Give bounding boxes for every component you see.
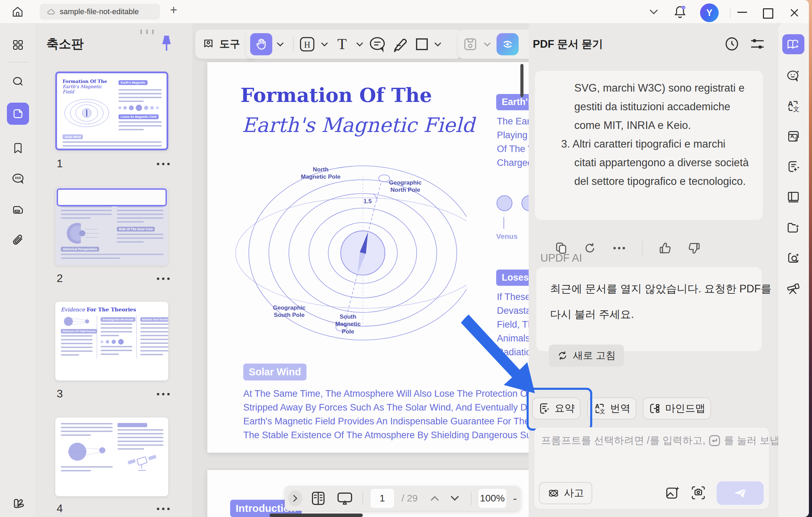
rail-explore-button[interactable] bbox=[782, 278, 804, 298]
document-tab[interactable]: sample-file-not-editable bbox=[40, 4, 160, 20]
loses-line: Devastating Blow To Life On Earth. Once … bbox=[497, 306, 529, 316]
home-button[interactable] bbox=[10, 4, 26, 20]
regenerate-icon[interactable] bbox=[583, 242, 596, 255]
rail-ai-files-button[interactable] bbox=[782, 217, 804, 237]
pin-button[interactable] bbox=[160, 34, 173, 52]
sidebar-item-appearance[interactable] bbox=[7, 492, 29, 515]
history-button[interactable] bbox=[724, 36, 739, 51]
previous-page-button[interactable] bbox=[429, 495, 440, 502]
thumb4-page-number: 4 bbox=[57, 502, 63, 515]
document-viewport[interactable]: Formation Of The Earth's Magnetic Field bbox=[192, 23, 529, 517]
next-page-button[interactable] bbox=[450, 495, 460, 502]
mindmap-button[interactable]: 마인드맵 bbox=[643, 397, 711, 420]
close-icon bbox=[789, 8, 800, 18]
thumbnail-panel: 축소판 Formation Of The Earth's Magnetic Fi… bbox=[37, 23, 192, 517]
vertical-scrollbar[interactable] bbox=[520, 64, 523, 97]
sidebar-item-comments[interactable] bbox=[7, 168, 29, 190]
chat-message: SVG, marchi W3C) sono registrati e gesti… bbox=[535, 71, 763, 220]
annotation-highlight-box bbox=[527, 388, 592, 431]
page1-title-line1: Formation Of The bbox=[240, 84, 432, 106]
thumbnail-page-2[interactable]: Introduction Dynamo Theory Role Of The I… bbox=[55, 187, 168, 265]
screenshot-button[interactable] bbox=[690, 485, 706, 501]
msg-icon-divider bbox=[642, 241, 643, 255]
thumbnail-page-3[interactable]: Evidence For The Theories Influence Of T… bbox=[55, 302, 168, 380]
panel-resize-handle[interactable] bbox=[140, 29, 154, 34]
horizontal-scrollbar[interactable] bbox=[270, 514, 363, 517]
settings-button[interactable] bbox=[750, 37, 765, 51]
thumbs-up-icon[interactable] bbox=[659, 241, 672, 255]
thumb1-badge-loses: Loses Its Magnetic Field bbox=[119, 114, 159, 119]
minimize-button[interactable] bbox=[737, 12, 747, 13]
prompt-input[interactable]: 프롬프트를 선택하려면 /를 입력하고, 를 눌러 보냅니다. 사고 bbox=[534, 427, 769, 509]
avatar[interactable]: Y bbox=[700, 3, 719, 22]
hand-tool-chevron[interactable] bbox=[276, 41, 285, 47]
earths-line: Charged Particle Flows. bbox=[497, 158, 529, 168]
comment-icon bbox=[11, 173, 25, 185]
window-menu-chevron[interactable] bbox=[648, 8, 659, 16]
rail-ai-chat-button[interactable] bbox=[782, 65, 804, 85]
more-options-icon[interactable] bbox=[612, 246, 626, 250]
hand-tool-button[interactable] bbox=[250, 33, 272, 55]
heading-tool-chevron[interactable] bbox=[320, 41, 329, 47]
thinking-mode-button[interactable]: 사고 bbox=[539, 482, 592, 504]
send-button[interactable] bbox=[717, 481, 764, 505]
page-number-input[interactable]: 1 bbox=[370, 488, 395, 508]
close-button[interactable] bbox=[789, 8, 800, 18]
rail-page-translate-button[interactable]: A 文 bbox=[782, 126, 804, 146]
zoom-level[interactable]: 100% bbox=[478, 488, 507, 508]
shape-tool-chevron[interactable] bbox=[433, 41, 442, 47]
thumbnail-page-1[interactable]: Formation Of The Earth's Magnetic Field … bbox=[55, 72, 168, 150]
comment-tool-button[interactable] bbox=[368, 36, 386, 53]
new-tab-button[interactable]: + bbox=[170, 3, 177, 17]
panel-title: PDF 문서 묻기 bbox=[533, 37, 603, 51]
attach-image-button[interactable] bbox=[665, 485, 681, 501]
heading-tool-button[interactable]: H bbox=[299, 36, 316, 53]
label-south-magnetic-pole: South Magnetic Pole bbox=[329, 313, 367, 335]
sidebar-item-search[interactable] bbox=[7, 71, 29, 93]
frame-translate-icon: A 文 bbox=[786, 129, 800, 143]
presentation-button[interactable] bbox=[336, 489, 353, 507]
thumb3-options[interactable] bbox=[157, 393, 170, 395]
thumb2-options[interactable] bbox=[157, 278, 170, 280]
save-button[interactable] bbox=[463, 37, 478, 52]
rail-reader-button[interactable] bbox=[782, 187, 804, 207]
sidebar-item-bookmarks[interactable] bbox=[7, 137, 29, 159]
translate-icon: A 文 bbox=[594, 402, 606, 415]
tools-icon bbox=[202, 38, 215, 50]
expand-button[interactable] bbox=[288, 490, 302, 506]
refresh-button[interactable]: 새로 고침 bbox=[549, 345, 624, 367]
thumb1-options[interactable] bbox=[157, 163, 170, 165]
swatches-icon bbox=[11, 497, 25, 510]
sidebar-item-pages[interactable] bbox=[7, 199, 29, 221]
notification-dot bbox=[681, 6, 685, 9]
planet-label-venus: Venus bbox=[496, 232, 518, 241]
translate-button[interactable]: A 文 번역 bbox=[587, 397, 636, 420]
label-north-magnetic-pole: North Magnetic Pole bbox=[296, 166, 345, 181]
sidebar-item-attachments[interactable] bbox=[7, 229, 29, 251]
updf-ai-button[interactable] bbox=[497, 33, 519, 55]
rail-ai-search-button[interactable] bbox=[782, 248, 804, 268]
rail-ask-pdf-button[interactable] bbox=[782, 34, 804, 54]
sidebar-item-thumbnails[interactable] bbox=[7, 103, 29, 125]
text-tool-chevron[interactable] bbox=[355, 41, 364, 47]
rail-ai-summary-button[interactable] bbox=[782, 157, 804, 177]
thumb3-textblock-4 bbox=[140, 323, 168, 355]
thumb4-options[interactable] bbox=[157, 508, 170, 510]
zoom-out-button[interactable]: - bbox=[513, 492, 517, 505]
thumbs-down-icon[interactable] bbox=[688, 241, 701, 255]
notifications-button[interactable] bbox=[673, 5, 687, 20]
sidebar-item-dashboard[interactable] bbox=[7, 34, 29, 56]
two-page-view-button[interactable] bbox=[310, 489, 327, 508]
pdf-page-1[interactable]: Formation Of The Earth's Magnetic Field bbox=[207, 62, 529, 453]
shape-tool-button[interactable] bbox=[414, 36, 430, 52]
maximize-button[interactable] bbox=[763, 8, 773, 19]
thumb1-textblock-1 bbox=[119, 89, 162, 102]
text-tool-button[interactable]: T bbox=[333, 35, 351, 53]
highlighter-tool-button[interactable] bbox=[391, 36, 409, 53]
message-line: SVG, marchi W3C) sono registrati e bbox=[574, 82, 745, 94]
rail-translate-button[interactable]: A 文 bbox=[782, 96, 804, 116]
thumbnail-page-4[interactable] bbox=[55, 417, 168, 496]
book-layout-icon bbox=[786, 190, 800, 204]
save-chevron[interactable] bbox=[483, 41, 492, 47]
main-toolbar: H T bbox=[246, 29, 462, 59]
